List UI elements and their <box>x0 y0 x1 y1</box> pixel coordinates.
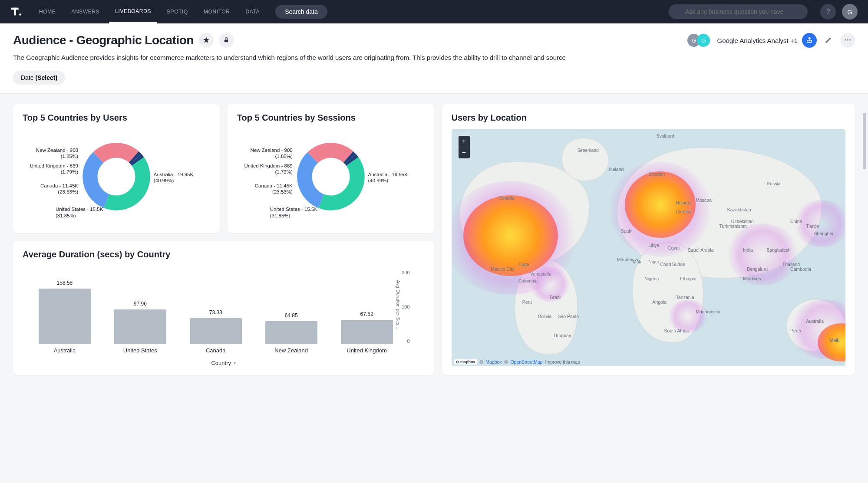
map-place-label: India <box>743 247 753 253</box>
map-place-label: Ethiopia <box>680 276 696 281</box>
svg-point-2 <box>19 13 21 16</box>
donut-chart-sessions[interactable]: New Zealand - 900 (1.85%) United Kingdom… <box>237 129 425 224</box>
filter-chip-value: (Select) <box>36 74 58 81</box>
filter-chip-date[interactable]: Date (Select) <box>13 71 65 85</box>
svg-point-16 <box>100 160 133 193</box>
bar <box>190 318 242 344</box>
bar-group[interactable]: 158.58 <box>33 280 96 344</box>
current-user-avatar[interactable]: G <box>842 4 858 20</box>
copyright-icon: © <box>505 359 508 365</box>
map-place-label: Tianjin <box>806 223 819 229</box>
bar-category-label: Canada <box>184 347 248 354</box>
y-tick: 100 <box>402 304 409 309</box>
top-navbar: HOMEANSWERSLIVEBOARDSSPOTIQMONITORDATA S… <box>0 0 868 23</box>
map-place-label: Canada <box>498 195 515 200</box>
map-place-label: Moscow <box>696 197 713 203</box>
card-users-by-location: Users by Location + − G <box>442 104 855 375</box>
content-grid: Top 5 Countries by Users New Zealand - 9… <box>0 94 868 385</box>
map-place-label: Uruguay <box>554 333 571 338</box>
map-place-label: Libya <box>648 243 659 248</box>
donut-label-uk: United Kingdom - 869 (1.79%) <box>26 163 78 176</box>
bar-value: 158.58 <box>57 280 73 286</box>
map-place-label: Niger <box>648 259 659 264</box>
edit-button[interactable] <box>821 33 836 48</box>
nav-item-answers[interactable]: ANSWERS <box>65 0 106 23</box>
nav-item-spotiq[interactable]: SPOTIQ <box>161 0 194 23</box>
bar-group[interactable]: 64.85 <box>260 312 323 344</box>
bar-group[interactable]: 97.96 <box>109 301 172 343</box>
heatmap-map[interactable]: + − GreenlandIcelandRussiaCanadaMoscowKa… <box>452 129 846 366</box>
map-place-label: Spain <box>621 228 633 233</box>
map-place-label: Mali <box>633 259 641 264</box>
map-place-label: Chad <box>660 262 671 267</box>
map-place-label: Kazakhstan <box>727 207 751 212</box>
map-zoom-out-button[interactable]: − <box>459 147 470 158</box>
bar-value: 67.52 <box>360 311 373 317</box>
donut-label-nz: New Zealand - 900 (1.85%) <box>26 147 78 160</box>
x-axis-label-text: Country <box>211 360 231 366</box>
y-axis-ticks: 200 100 0 <box>399 270 410 344</box>
donut-svg <box>296 142 366 211</box>
map-place-label: Turkmenistan <box>719 223 747 229</box>
nav-item-home[interactable]: HOME <box>33 0 62 23</box>
avatar-stack[interactable]: G G <box>687 34 710 47</box>
bar-value: 64.85 <box>285 312 298 319</box>
donut-label-nz: New Zealand - 900 (1.85%) <box>241 147 293 160</box>
map-place-label: Uzbekistan <box>731 219 754 224</box>
donut-label-uk: United Kingdom - 869 (1.79%) <box>241 163 293 176</box>
map-zoom-in-button[interactable]: + <box>459 136 470 147</box>
donut-chart-users[interactable]: New Zealand - 900 (1.85%) United Kingdom… <box>23 129 210 224</box>
map-place-label: Nigeria <box>644 276 659 281</box>
search-data-button[interactable]: Search data <box>275 5 327 19</box>
bar-category-label: United Kingdom <box>335 347 399 354</box>
vertical-scrollbar[interactable] <box>863 113 867 385</box>
bar <box>265 321 317 344</box>
svg-point-9 <box>847 39 848 40</box>
card-title: Top 5 Countries by Sessions <box>237 113 425 123</box>
svg-point-22 <box>314 160 347 193</box>
lock-button[interactable] <box>219 33 234 48</box>
bar-group[interactable]: 73.33 <box>184 309 248 344</box>
share-button[interactable] <box>802 33 817 48</box>
svg-marker-5 <box>203 37 209 43</box>
star-icon <box>203 36 210 45</box>
heatmap-hotspot <box>463 195 558 276</box>
x-axis-label[interactable]: Country ▾ <box>23 360 425 366</box>
card-title: Average Duration (secs) by Country <box>23 250 425 260</box>
attribution-mapbox-link[interactable]: Mapbox <box>485 359 502 365</box>
card-top-countries-sessions: Top 5 Countries by Sessions New Zealand … <box>228 104 434 233</box>
nav-item-monitor[interactable]: MONITOR <box>198 0 236 23</box>
svg-rect-6 <box>224 39 228 42</box>
bar-group[interactable]: 67.52 <box>335 311 399 343</box>
card-title: Top 5 Countries by Users <box>23 113 210 123</box>
page-title: Audience - Geographic Location <box>13 33 194 47</box>
scrollbar-thumb[interactable] <box>863 113 866 169</box>
bar-chart[interactable]: 158.5897.9673.3364.8567.52 <box>23 266 425 344</box>
donut-svg <box>82 142 151 211</box>
ask-business-question-input[interactable] <box>669 4 808 19</box>
map-place-label: South Africa <box>664 328 689 333</box>
more-menu-button[interactable] <box>840 33 855 48</box>
attribution-improve-link[interactable]: Improve this map <box>545 359 581 365</box>
donut-label-us: United States - 15.5K (31.85%) <box>56 206 108 219</box>
bar-category-label: New Zealand <box>260 347 323 354</box>
nav-item-liveboards[interactable]: LIVEBOARDS <box>109 0 157 23</box>
map-place-label: Greenland <box>578 148 599 153</box>
map-place-label: Belarus <box>676 200 692 205</box>
favorite-button[interactable] <box>199 33 214 48</box>
title-row: Audience - Geographic Location G G Googl… <box>13 33 855 48</box>
map-place-label: Tanzania <box>676 295 694 300</box>
attribution-osm-link[interactable]: OpenStreetMap <box>510 359 542 365</box>
map-place-label: Shanghai <box>814 231 833 236</box>
help-button[interactable]: ? <box>820 4 836 20</box>
app-logo[interactable] <box>10 6 23 18</box>
y-axis-label: Avg Duration per Ses... <box>396 280 401 329</box>
map-place-label: Perth <box>790 328 801 333</box>
map-place-label: Egypt <box>668 245 680 250</box>
nav-item-data[interactable]: DATA <box>240 0 266 23</box>
ask-input-wrap <box>669 4 808 19</box>
nav-items: HOMEANSWERSLIVEBOARDSSPOTIQMONITORDATA <box>33 0 266 23</box>
svg-rect-1 <box>14 8 16 16</box>
dots-icon <box>844 36 851 45</box>
donut-label-ca: Canada - 11.45K (23.53%) <box>23 183 78 196</box>
